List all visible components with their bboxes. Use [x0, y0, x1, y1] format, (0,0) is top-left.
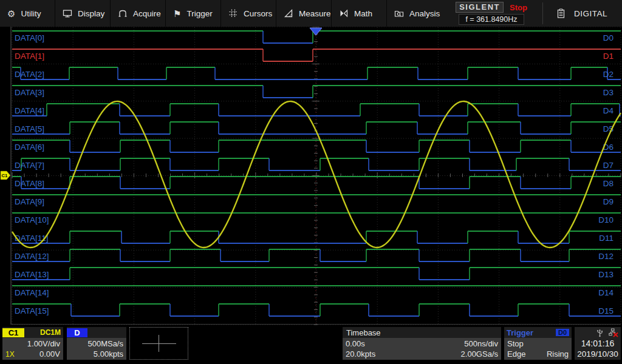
trigger-source-badge: D0	[556, 329, 569, 336]
menu-analysis[interactable]: Analysis	[387, 0, 445, 27]
menu-trigger[interactable]: ⚑ Trigger	[166, 0, 221, 27]
channel-label-right-D11: D11	[599, 234, 613, 243]
channel-label-right-D14: D14	[598, 288, 613, 297]
flag-icon: ⚑	[173, 9, 181, 18]
channel1-tab[interactable]: C1	[2, 328, 24, 337]
channel-label-left-D10[interactable]: DATA[10]	[15, 215, 49, 224]
channel-label-left-D5[interactable]: DATA[5]	[15, 124, 44, 133]
menu-math[interactable]: Math	[332, 0, 387, 27]
digital-descriptor[interactable]: D 500MSa/s 5.00kpts	[67, 327, 126, 360]
channel-label-left-D12[interactable]: DATA[12]	[15, 252, 49, 261]
channel-label-right-D8: D8	[603, 179, 613, 188]
menu-cursors[interactable]: Cursors	[221, 0, 276, 27]
timebase-descriptor[interactable]: Timebase 0.00s 500ns/div 20.0kpts 2.00GS…	[343, 327, 501, 360]
menu-math-label: Math	[354, 9, 372, 18]
c1-zero-marker-label: C1	[2, 173, 8, 178]
channel-label-right-D12: D12	[598, 252, 613, 261]
timebase-points: 20.0kpts	[346, 349, 375, 359]
channel-label-right-D1: D1	[603, 52, 613, 61]
folder-search-icon	[394, 8, 404, 18]
digital-mem-depth: 5.00kpts	[94, 349, 123, 359]
channel-label-left-D14[interactable]: DATA[14]	[15, 288, 49, 297]
menu-acquire[interactable]: Acquire	[111, 0, 166, 27]
usb-icon	[596, 328, 604, 337]
digital-menu-button[interactable]: DIGITAL	[548, 0, 607, 27]
channel-label-left-D8[interactable]: DATA[8]	[15, 179, 44, 188]
menu-utility[interactable]: ⚙ Utility	[0, 0, 55, 27]
timebase-delay: 0.00s	[346, 339, 365, 349]
trigger-frequency-readout: f = 361.8490Hz	[459, 14, 524, 25]
menu-cursors-label: Cursors	[244, 9, 272, 18]
channel-label-left-D0[interactable]: DATA[0]	[15, 33, 44, 42]
lan-disconnected-icon	[609, 328, 618, 337]
trigger-title: Trigger	[507, 328, 533, 337]
channel-label-left-D3[interactable]: DATA[3]	[15, 88, 44, 97]
channel-label-right-D13: D13	[598, 270, 613, 279]
channel-label-left-D2[interactable]: DATA[2]	[15, 70, 44, 79]
bottom-status-bar: C1 DC1M 1.00V/div 1X 0.00V D 500MSa/s 5.…	[0, 325, 622, 364]
acquisition-status: Stop	[510, 3, 527, 12]
channel-label-right-D9: D9	[603, 197, 613, 206]
gate-icon	[118, 8, 128, 18]
menu-display-label: Display	[78, 9, 104, 18]
channel-label-left-D1[interactable]: DATA[1]	[15, 52, 44, 61]
channel-label-right-D15: D15	[598, 306, 613, 315]
digital-sample-rate: 500MSa/s	[87, 339, 123, 349]
channel-label-left-D13[interactable]: DATA[13]	[15, 270, 49, 279]
grid-cursors-icon	[228, 8, 238, 18]
channel1-probe-atten: 1X	[5, 349, 15, 359]
channel-label-right-D3: D3	[603, 88, 613, 97]
top-menu-bar: ⚙ Utility Display Acquire ⚑ Trigger Curs…	[0, 0, 622, 27]
system-time: 14:01:16	[581, 339, 615, 348]
empty-channel-slot[interactable]	[129, 327, 188, 360]
digital-tab[interactable]: D	[67, 328, 87, 337]
menu-utility-label: Utility	[21, 9, 41, 18]
timebase-rate: 2.00GSa/s	[461, 349, 498, 359]
menu-measure[interactable]: Measure	[276, 0, 332, 27]
brand-status-cluster: SIGLENT Stop f = 361.8490Hz	[445, 0, 538, 27]
clipboard-icon	[556, 8, 566, 19]
waveform-display: DATA[0]D0DATA[1]D1DATA[2]D2DATA[3]D3DATA…	[0, 27, 622, 325]
topbar-separator	[542, 2, 543, 24]
channel-label-right-D2: D2	[603, 70, 613, 79]
channel-label-right-D10: D10	[598, 215, 613, 224]
channel-label-left-D15[interactable]: DATA[15]	[15, 306, 49, 315]
digital-menu-label: DIGITAL	[574, 9, 607, 18]
menu-analysis-label: Analysis	[409, 9, 440, 18]
menu-acquire-label: Acquire	[133, 9, 161, 18]
trigger-status: Stop	[507, 339, 524, 349]
channel-label-left-D4[interactable]: DATA[4]	[15, 106, 44, 115]
channel-label-right-D7: D7	[603, 161, 613, 170]
channel1-descriptor[interactable]: C1 DC1M 1.00V/div 1X 0.00V	[2, 327, 63, 360]
trigger-type: Edge	[507, 349, 525, 359]
channel-label-left-D6[interactable]: DATA[6]	[15, 143, 44, 152]
crosshair-icon	[159, 335, 159, 352]
system-date: 2019/10/30	[577, 349, 618, 359]
clock-io-panel: 14:01:16 2019/10/30	[575, 327, 621, 360]
channel-label-right-D4: D4	[603, 106, 614, 115]
menu-measure-label: Measure	[299, 9, 331, 18]
gear-icon: ⚙	[7, 9, 15, 18]
channel-label-left-D9[interactable]: DATA[9]	[15, 197, 44, 206]
oscilloscope-screen: { "topbar": { "menu": [ {"label": "Utili…	[0, 0, 622, 364]
bowtie-icon	[339, 8, 349, 18]
timebase-title: Timebase	[343, 328, 381, 337]
trigger-slope: Rising	[547, 349, 569, 359]
timebase-scale: 500ns/div	[464, 339, 498, 349]
channel-label-left-D7[interactable]: DATA[7]	[15, 161, 44, 170]
trigger-descriptor[interactable]: Trigger D0 Stop Edge Rising	[504, 327, 572, 360]
set-square-icon	[284, 8, 293, 18]
siglent-logo: SIGLENT	[456, 2, 504, 13]
channel-label-right-D0: D0	[603, 33, 613, 42]
menu-display[interactable]: Display	[55, 0, 111, 27]
channel1-offset: 0.00V	[39, 349, 60, 359]
monitor-icon	[63, 8, 72, 18]
menu-trigger-label: Trigger	[186, 9, 212, 18]
channel1-coupling: DC1M	[40, 328, 63, 337]
channel1-vdiv: 1.00V/div	[27, 339, 60, 349]
